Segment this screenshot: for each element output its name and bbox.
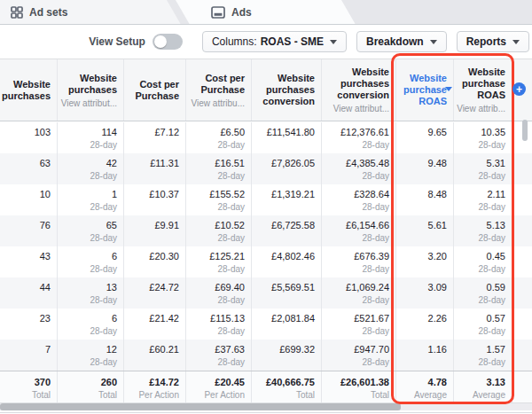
cell-value: 0.59 [456,282,505,293]
table-row[interactable]: 10311428-day£7.12£6.5028-day£11,541.80£1… [0,122,532,153]
cell: £60.21 [124,340,186,371]
cell-value: 0.57 [456,313,505,324]
cell: 10 [0,184,58,215]
total-cell: 260 Total [58,371,124,402]
column-title: Cost per Purchase [126,79,179,102]
cell: 5.3128-day [454,153,512,184]
cell-value: £676.39 [324,251,389,262]
cell: 9.48 [396,153,454,184]
view-attribution-link[interactable]: View attribut... [333,104,389,113]
attribution-window-label: 28-day [188,295,245,306]
chevron-down-icon [512,40,520,44]
column-header-purchase-roas-attr[interactable]: Website purchase ROAS View attrib... [454,59,512,121]
table-row[interactable]: 23628-day£21.42£115.1328-day£2,081.84£52… [0,309,532,340]
tab-ads[interactable]: Ads [211,0,252,25]
columns-prefix: Columns: [212,35,257,48]
cell: £20.30 [124,246,186,277]
cell-value: £115.13 [188,313,245,324]
attribution-window-label: 28-day [324,295,389,306]
view-attribution-link[interactable]: View attribut... [61,98,117,108]
attribution-window-label: 28-day [324,171,389,182]
attribution-window-label: 28-day [59,357,117,368]
spacer-cell [512,340,532,371]
breakdown-dropdown-button[interactable]: Breakdown [356,31,447,52]
grid-icon [11,6,23,19]
cell: 1.5728-day [454,340,512,371]
column-header-website-purchases[interactable]: Website purchases [0,59,58,121]
columns-dropdown-button[interactable]: Columns: ROAS - SME [202,31,347,52]
cell-value: 12 [59,344,117,355]
table-row[interactable]: 766528-day£9.91£10.5228-day£6,725.58£6,1… [0,215,532,246]
cell-value: £947.70 [324,344,389,355]
attribution-window-label: 28-day [456,171,505,182]
cell: 10.3528-day [454,122,512,153]
column-header-cost-per-purchase[interactable]: Cost per Purchase [124,59,186,121]
total-label: Total [324,390,389,401]
cell: 3.09 [396,277,454,309]
column-header-website-purchases-attr[interactable]: Website purchases View attribut... [58,59,124,121]
cell: 1228-day [58,340,124,371]
table-header: Website purchases Website purchases View… [0,59,532,121]
cell: 103 [0,122,58,153]
tab-ad-sets[interactable]: Ad sets [11,0,67,25]
cell: £37.6328-day [186,340,252,371]
column-header-purchase-roas-sorted[interactable]: Website purchase ROAS [396,59,454,121]
table-row[interactable]: 634228-day£11.31£16.5128-day£7,826.05£4,… [0,153,532,184]
horizontal-scrollbar[interactable] [0,403,401,410]
view-attribution-link[interactable]: View attribu... [192,98,245,108]
attribution-window-label: 28-day [59,202,117,213]
total-cell: £40,666.75 Total [252,371,322,402]
column-title: Website purchases conversion [324,66,389,101]
table-row[interactable]: 71228-day£60.21£37.6328-day£699.32£947.7… [0,340,532,371]
total-value: 260 [59,377,117,388]
column-title: Website purchases [59,73,117,96]
cell: £328.6428-day [322,184,396,215]
total-label: Total [59,390,117,401]
attribution-window-label: 28-day [188,326,245,337]
cell: 44 [0,277,58,309]
cell: 628-day [58,309,124,340]
table-row[interactable]: 43628-day£20.30£125.2128-day£4,802.46£67… [0,246,532,277]
cell-value: 1 [59,189,117,200]
cell: £2,081.84 [252,309,322,340]
columns-selected-value: ROAS - SME [261,35,324,48]
attribution-window-label: 28-day [456,295,505,306]
attribution-window-label: 28-day [188,233,245,244]
column-header-purchases-conversion[interactable]: Website purchases conversion [252,59,322,121]
total-value: £14.72 [126,377,179,388]
column-title: Website purchases conversion [254,73,315,107]
view-attribution-link[interactable]: View attrib... [457,104,505,113]
cell-value: 10 [2,189,51,200]
table-row[interactable]: 10128-day£10.37£155.5228-day£1,319.21£32… [0,184,532,215]
cell: £11.31 [124,153,186,184]
column-header-cost-per-purchase-attr[interactable]: Cost per Purchase View attribu... [186,59,252,121]
reports-dropdown-button[interactable]: Reports [457,31,529,52]
cell-value: £12,376.61 [324,127,389,138]
cell-value: £24.72 [126,282,179,293]
cell: 0.5728-day [454,309,512,340]
cell-value: 1.57 [456,344,505,355]
cell-value: 6 [59,313,117,324]
cell-value: £21.42 [126,313,179,324]
cell-value: 103 [2,127,51,138]
view-setup-toggle[interactable] [153,34,183,50]
vertical-scrollbar[interactable] [522,120,528,141]
attribution-window-label: 28-day [324,264,389,275]
cell-value: 1.16 [398,344,447,355]
cell-value: 5.13 [456,220,505,231]
attribution-window-label: 28-day [456,233,505,244]
table-row[interactable]: 441328-day£24.72£69.4028-day£5,569.51£1,… [0,277,532,309]
column-header-purchases-conversion-attr[interactable]: Website purchases conversion View attrib… [322,59,396,121]
total-cell: 4.78 Average [396,371,454,402]
attribution-window-label: 28-day [456,140,505,151]
cell: 1328-day [58,277,124,309]
cell-value: 43 [2,251,51,262]
cell: £947.7028-day [322,340,396,371]
attribution-window-label: 28-day [324,326,389,337]
spacer-cell [512,277,532,309]
cell: £4,802.46 [252,246,322,277]
add-column-button[interactable] [512,82,526,96]
cell: £21.42 [124,309,186,340]
cell-value: 9.48 [398,158,447,169]
cell: 628-day [58,246,124,277]
